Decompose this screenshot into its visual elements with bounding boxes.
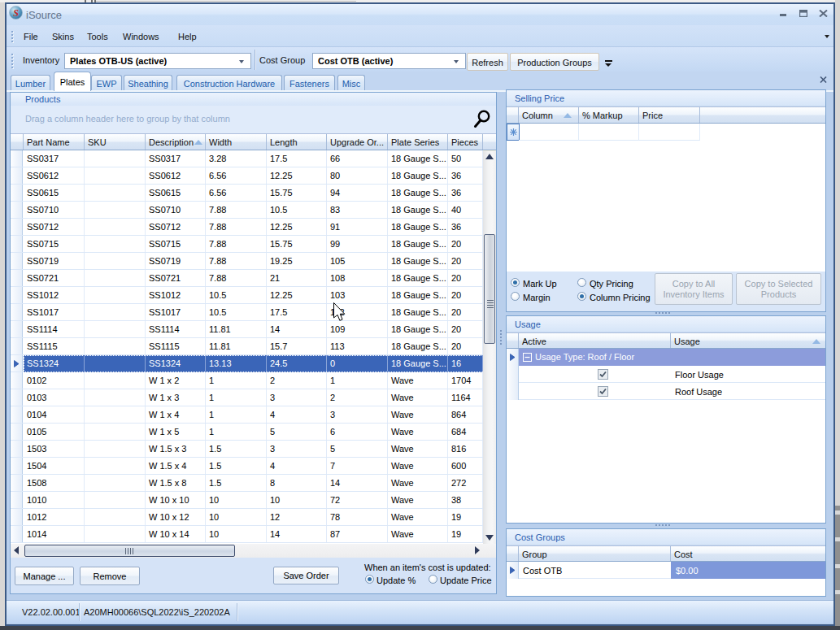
svg-text:S: S [13,7,19,19]
